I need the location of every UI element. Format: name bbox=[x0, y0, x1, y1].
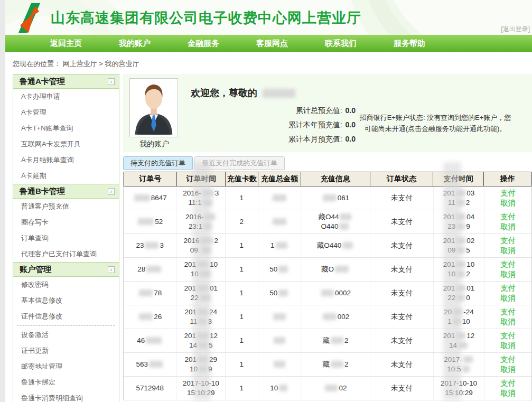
row-actions: 支付取消 bbox=[484, 258, 531, 281]
censored-text bbox=[200, 270, 210, 277]
cell-cards: 1 bbox=[226, 258, 258, 281]
censored-text bbox=[462, 366, 470, 372]
censored-text bbox=[453, 318, 461, 325]
cell-info: 藏O44O440 bbox=[301, 210, 370, 233]
sidebar-section-header: 账户管理› bbox=[13, 262, 119, 277]
censored-text bbox=[342, 242, 353, 249]
sidebar-item[interactable]: A卡管理 bbox=[13, 105, 119, 120]
cell-cards: 1 bbox=[226, 234, 258, 257]
cancel-link[interactable]: 取消 bbox=[501, 317, 516, 327]
cancel-link[interactable]: 取消 bbox=[501, 246, 516, 256]
cell-cards: 1 bbox=[226, 305, 258, 329]
sidebar-section-title: 鲁通B卡管理 bbox=[20, 186, 108, 197]
sidebar-item[interactable]: A卡办理申请 bbox=[13, 89, 119, 105]
sidebar-item[interactable]: A卡月结账单查询 bbox=[13, 152, 119, 168]
censored-text bbox=[456, 213, 465, 220]
cell-cards: 1 bbox=[226, 282, 258, 305]
censored-text bbox=[197, 332, 209, 339]
sidebar-item[interactable]: 代理客户已支付订单查询 bbox=[13, 246, 119, 262]
cell-time: 2010122 bbox=[176, 282, 226, 305]
cancel-link[interactable]: 取消 bbox=[501, 388, 516, 398]
cell-info: 002 bbox=[301, 305, 370, 329]
site-title: 山东高速集团有限公司电子收费中心网上营业厅 bbox=[51, 8, 361, 27]
censored-text bbox=[278, 266, 288, 273]
sidebar-item[interactable]: 基本信息修改 bbox=[13, 293, 119, 308]
censored-text bbox=[273, 313, 286, 320]
sidebar-section-header: 鲁通B卡管理› bbox=[13, 184, 119, 199]
nav-item-6[interactable]: 服务帮助 bbox=[375, 35, 444, 52]
sidebar-item[interactable]: 鲁通卡绑定 bbox=[13, 375, 119, 390]
table-row: 522016-23:12藏O44O440未支付20104239支付取消 bbox=[124, 210, 531, 234]
nav-item-3[interactable]: 金融服务 bbox=[169, 35, 238, 52]
pay-link[interactable]: 支付 bbox=[501, 307, 516, 317]
cell-amount bbox=[258, 186, 301, 210]
tab-1[interactable]: 待支付的充值订单 bbox=[123, 156, 193, 170]
table-row: 7820101221500002未支付20101220支付取消 bbox=[124, 282, 531, 305]
censored-text bbox=[274, 361, 285, 368]
cell-info: 藏O bbox=[301, 258, 370, 281]
cell-status: 未支付 bbox=[370, 329, 434, 352]
row-actions: 支付取消 bbox=[484, 186, 531, 210]
column-header: 充值总金额 bbox=[258, 172, 301, 186]
order-tabs: 待支付的充值订单最近支付完成的充值订单 bbox=[123, 156, 532, 170]
pay-link[interactable]: 支付 bbox=[501, 236, 516, 246]
sidebar-item[interactable]: 鲁通卡消费明细查询 bbox=[13, 390, 119, 402]
sidebar-item[interactable]: 圈存写卡 bbox=[13, 214, 119, 230]
censored-text bbox=[331, 361, 343, 368]
censored-text bbox=[278, 289, 288, 296]
censored-text bbox=[139, 289, 153, 296]
censored-text bbox=[139, 313, 153, 320]
cell-pay_time: 2017-10:5 bbox=[434, 353, 485, 376]
sidebar-item[interactable]: 互联网A卡发票开具 bbox=[13, 136, 119, 152]
pay-link[interactable]: 支付 bbox=[501, 259, 516, 269]
column-header: 支付时间 bbox=[433, 172, 484, 186]
nav-item-5[interactable]: 联系我们 bbox=[306, 35, 375, 52]
cancel-link[interactable]: 取消 bbox=[501, 222, 516, 232]
cancel-link[interactable]: 取消 bbox=[501, 269, 516, 279]
pay-link[interactable]: 支付 bbox=[501, 283, 516, 293]
sidebar-item[interactable]: 设备激活 bbox=[13, 327, 119, 343]
sidebar-item[interactable]: 订单查询 bbox=[13, 230, 119, 246]
section-expand-icon[interactable]: › bbox=[108, 188, 115, 195]
column-header: 订单号 bbox=[124, 172, 177, 186]
sidebar-section-title: 鲁通A卡管理 bbox=[20, 77, 108, 87]
nav-item-2[interactable]: 我的账户 bbox=[100, 35, 169, 52]
sidebar-item[interactable]: 普通客户预充值 bbox=[13, 199, 119, 214]
pay-link[interactable]: 支付 bbox=[501, 331, 516, 341]
row-actions: 支付取消 bbox=[484, 234, 531, 257]
censored-text bbox=[321, 289, 334, 296]
section-expand-icon[interactable]: › bbox=[108, 266, 115, 273]
sidebar-item[interactable]: 证书更新 bbox=[13, 343, 119, 359]
cancel-link[interactable]: 取消 bbox=[501, 198, 516, 208]
pay-link[interactable]: 支付 bbox=[501, 212, 516, 222]
pay-link[interactable]: 支付 bbox=[501, 354, 516, 364]
page: 山东高速集团有限公司电子收费中心网上营业厅 [退出登录] 返回主页我的账户金融服… bbox=[5, 0, 532, 402]
pay-link[interactable]: 支付 bbox=[501, 378, 516, 388]
cancel-link[interactable]: 取消 bbox=[501, 341, 516, 351]
cell-info: 藏2 bbox=[301, 329, 370, 352]
sidebar-item[interactable]: 证件信息修改 bbox=[13, 308, 119, 324]
section-expand-icon[interactable]: › bbox=[108, 78, 115, 85]
table-row: 563201291091藏2未支付2017-10:5支付取消 bbox=[124, 353, 531, 377]
censored-text bbox=[146, 337, 162, 344]
censored-text bbox=[279, 385, 287, 391]
sidebar-item[interactable]: A卡延期 bbox=[13, 168, 119, 184]
nav-item-1[interactable]: 返回主页 bbox=[32, 35, 100, 52]
pay-link[interactable]: 支付 bbox=[501, 188, 516, 198]
nav-item-4[interactable]: 客服网点 bbox=[238, 35, 306, 52]
sidebar-item[interactable]: 邮寄地址管理 bbox=[13, 359, 119, 375]
tab-2[interactable]: 最近支付完成的充值订单 bbox=[194, 156, 285, 170]
sidebar-item[interactable]: 修改密码 bbox=[13, 277, 119, 293]
censored-text bbox=[198, 356, 208, 363]
column-header: 订单状态 bbox=[370, 172, 433, 186]
sidebar-item[interactable]: A卡T+N账单查询 bbox=[13, 120, 119, 136]
stat-label: 累计本月预充值: bbox=[288, 135, 342, 144]
logout-link[interactable]: [退出登录] bbox=[501, 25, 530, 34]
stat-label: 累计总预充值: bbox=[296, 106, 342, 116]
cancel-link[interactable]: 取消 bbox=[501, 364, 516, 375]
cell-status: 未支付 bbox=[370, 282, 434, 305]
site-header: 山东高速集团有限公司电子收费中心网上营业厅 [退出登录] bbox=[5, 0, 532, 35]
cancel-link[interactable]: 取消 bbox=[501, 293, 516, 303]
censored-text bbox=[197, 261, 209, 268]
stat-value: 0.0 bbox=[346, 135, 356, 144]
